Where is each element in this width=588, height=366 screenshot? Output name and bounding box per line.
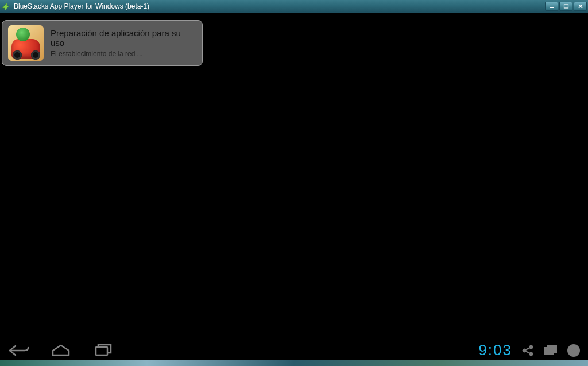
status-clock: 9:03 <box>478 341 512 359</box>
back-button[interactable] <box>7 342 30 359</box>
svg-line-11 <box>525 351 530 353</box>
svg-line-10 <box>525 348 530 350</box>
close-circle-icon[interactable] <box>566 343 581 358</box>
window-titlebar: BlueStacks App Player for Windows (beta-… <box>0 0 588 13</box>
window-controls <box>545 2 587 11</box>
app-thumbnail-icon <box>8 25 44 61</box>
recent-apps-button[interactable] <box>92 342 115 359</box>
app-content: Preparación de aplicación para su uso El… <box>0 13 588 340</box>
minimize-button[interactable] <box>545 2 558 11</box>
svg-rect-2 <box>564 5 568 8</box>
desktop-sliver <box>0 360 588 366</box>
fullscreen-icon[interactable] <box>543 343 558 358</box>
maximize-button[interactable] <box>559 2 572 11</box>
notification-title: Preparación de aplicación para su uso <box>51 28 196 48</box>
svg-rect-6 <box>96 347 107 355</box>
app-icon <box>2 2 10 10</box>
notification-text: Preparación de aplicación para su uso El… <box>51 28 196 58</box>
notification-subtitle: El establecimiento de la red ... <box>51 50 196 58</box>
close-button[interactable] <box>574 2 587 11</box>
nav-left <box>7 342 115 359</box>
loading-notification: Preparación de aplicación para su uso El… <box>2 20 203 66</box>
share-icon[interactable] <box>520 343 535 358</box>
svg-marker-0 <box>2 3 9 10</box>
window-title: BlueStacks App Player for Windows (beta-… <box>14 2 545 10</box>
nav-right: 9:03 <box>478 341 581 359</box>
home-button[interactable] <box>49 342 72 359</box>
android-navbar: 9:03 <box>0 340 588 360</box>
